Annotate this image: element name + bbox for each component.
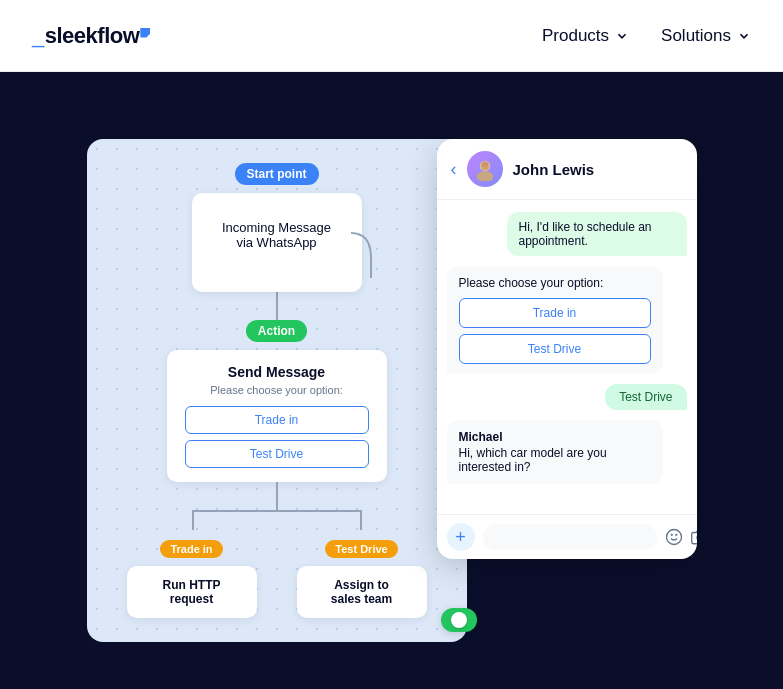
agent-message-text: Hi, which car model are you interested i… [459, 446, 607, 474]
nav-item-solutions[interactable]: Solutions [661, 26, 751, 46]
branch-stem-line [276, 482, 278, 510]
trade-in-card-text: Run HTTP request [163, 578, 221, 606]
options-label: Please choose your option: [459, 276, 651, 290]
chat-action-icons [665, 528, 697, 546]
curve-connector [346, 213, 376, 281]
branch-left-drop [192, 510, 194, 530]
avatar-icon [473, 157, 497, 181]
trade-in-badge: Trade in [160, 540, 222, 558]
back-button[interactable]: ‹ [451, 159, 457, 180]
msg-incoming-request: Hi, I'd like to schedule an appointment. [507, 212, 687, 256]
chat-body: Hi, I'd like to schedule an appointment.… [437, 200, 697, 514]
branch-container: Trade in Run HTTP request Test Drive Ass… [107, 482, 447, 618]
msg-options: Please choose your option: Trade in Test… [447, 266, 663, 374]
branch-right-drop [360, 510, 362, 530]
test-drive-card-text: Assign to sales team [331, 578, 392, 606]
action-title: Send Message [185, 364, 369, 380]
chat-card: ‹ John Lewis Hi, I'd like to schedule an… [437, 139, 697, 559]
chat-header: ‹ John Lewis [437, 139, 697, 200]
start-badge: Start point [235, 163, 319, 185]
action-subtitle: Please choose your option: [185, 384, 369, 396]
msg-right-text: Hi, I'd like to schedule an appointment. [519, 220, 652, 248]
sticker-icon[interactable] [665, 528, 683, 546]
option-btn-trade-in[interactable]: Trade in [185, 406, 369, 434]
chevron-down-icon-products [615, 29, 629, 43]
chat-option-test-drive[interactable]: Test Drive [459, 334, 651, 364]
avatar [467, 151, 503, 187]
svg-point-1 [476, 171, 493, 181]
start-node: Incoming Message via WhatsApp [192, 193, 362, 292]
connector-line-1 [276, 292, 278, 320]
action-badge: Action [246, 320, 307, 342]
flow-start-section: Start point Incoming Message via WhatsAp… [107, 163, 447, 292]
products-label: Products [542, 26, 609, 46]
svg-point-3 [482, 162, 488, 168]
chat-input[interactable] [483, 524, 657, 550]
cards-wrapper: Start point Incoming Message via WhatsAp… [87, 139, 697, 642]
logo-underscore: _ [32, 23, 44, 49]
chat-contact-name: John Lewis [513, 161, 595, 178]
chat-footer: + [437, 514, 697, 559]
nav-item-products[interactable]: Products [542, 26, 629, 46]
msg-selected-text: Test Drive [619, 390, 672, 404]
option-btn-test-drive[interactable]: Test Drive [185, 440, 369, 468]
svg-point-4 [666, 530, 681, 545]
flow-card: Start point Incoming Message via WhatsAp… [87, 139, 467, 642]
logo-text: sleekflow [45, 23, 140, 49]
toggle-dot [451, 612, 467, 628]
branch-horizontal-line [192, 510, 362, 512]
branch-node-testdrive: Test Drive Assign to sales team [292, 540, 432, 618]
branch-node-trade: Trade in Run HTTP request [122, 540, 262, 618]
navbar: _sleekflow Products Solutions [0, 0, 783, 72]
nav-links: Products Solutions [542, 26, 751, 46]
test-drive-badge: Test Drive [325, 540, 397, 558]
agent-name: Michael [459, 430, 651, 444]
curve-svg [346, 228, 376, 278]
toggle-badge [441, 608, 477, 632]
solutions-label: Solutions [661, 26, 731, 46]
test-drive-card: Assign to sales team [297, 566, 427, 618]
camera-icon[interactable] [691, 528, 697, 546]
logo: _sleekflow [32, 23, 150, 49]
branch-area: Trade in Run HTTP request Test Drive Ass… [107, 540, 447, 618]
logo-accent-triangle [140, 28, 150, 38]
trade-in-card: Run HTTP request [127, 566, 257, 618]
action-node: Send Message Please choose your option: … [167, 350, 387, 482]
chevron-down-icon-solutions [737, 29, 751, 43]
msg-agent-reply: Michael Hi, which car model are you inte… [447, 420, 663, 484]
flow-action-section: Action Send Message Please choose your o… [107, 320, 447, 482]
hero-section: Start point Incoming Message via WhatsAp… [0, 72, 783, 689]
add-attachment-button[interactable]: + [447, 523, 475, 551]
chat-option-trade-in[interactable]: Trade in [459, 298, 651, 328]
msg-selected-test-drive: Test Drive [605, 384, 686, 410]
start-node-text: Incoming Message via WhatsApp [222, 220, 331, 250]
